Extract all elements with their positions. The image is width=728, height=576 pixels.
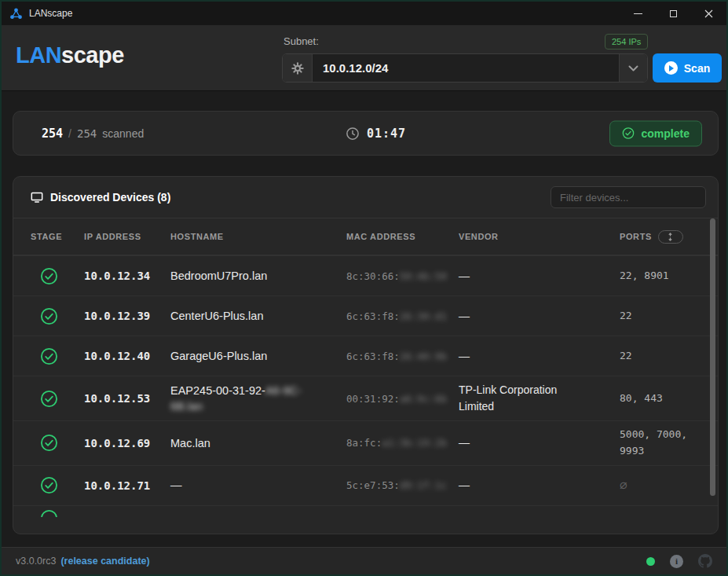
status-dot [646,557,655,566]
subnet-input[interactable] [313,61,619,75]
device-hostname: Mac.lan [170,435,346,451]
scan-button[interactable]: Scan [653,53,722,83]
brand-scape: scape [61,42,124,68]
play-icon [664,61,678,75]
device-mac: 6c:63:f8:26:40:9b [346,350,459,362]
minimize-button[interactable] [620,2,656,25]
ip-count-badge: 254 IPs [605,34,648,50]
device-hostname: — [170,477,346,493]
footer: v3.0.0rc3 (release candidate) i [2,547,726,574]
col-hostname: HOSTNAME [170,232,346,241]
table-row[interactable]: 10.0.12.39 CenterU6-Plus.lan 6c:63:f8:26… [13,295,718,336]
device-hostname: GarageU6-Plus.lan [170,348,346,364]
col-ports: PORTS [620,230,718,244]
device-mac: 00:31:92:a6:9c:6b [346,393,459,405]
subnet-settings-button[interactable] [283,54,313,82]
release-candidate-link[interactable]: (release candidate) [60,556,149,567]
devices-title: Discovered Devices (8) [50,191,170,204]
discovered-devices-card: Discovered Devices (8) STAGE IP ADDRESS … [13,176,719,534]
mac-redacted: d9:1f:1c [400,479,447,491]
subnet-dropdown-button[interactable] [619,54,647,82]
device-ports: 80, 443 [620,391,718,407]
device-ip: 10.0.12.40 [84,350,170,362]
table-row[interactable]: 10.0.12.40 GarageU6-Plus.lan 6c:63:f8:26… [13,336,718,376]
elapsed-time-group: 01:47 [346,127,406,141]
device-ports: 22 [620,348,718,365]
table-row[interactable]: 10.0.12.69 Mac.lan 8a:fc:a1:3b:19:2b — 5… [13,420,718,465]
devices-title-group: Discovered Devices (8) [31,191,170,204]
total-count: 254 [77,127,97,140]
devices-card-header: Discovered Devices (8) [13,177,718,218]
github-icon[interactable] [698,554,712,568]
device-mac: 8c:30:66:50:4b:50 [346,270,459,282]
mac-redacted: 50:4b:50 [400,270,447,282]
hostname-redacted: A6-9C- [265,384,302,397]
stage-complete-icon [40,476,58,494]
table-row[interactable]: 10.0.12.53 EAP245-00-31-92-A6-9C-6B.lan … [13,376,718,420]
device-vendor: — [459,308,620,325]
scanned-count: 254 [42,127,63,141]
device-ip: 10.0.12.39 [84,310,170,322]
monitor-icon [31,192,43,204]
maximize-button[interactable] [656,2,691,25]
scan-count: 254 / 254 scanned [42,127,144,141]
stage-complete-icon [40,390,58,408]
stage-complete-icon [40,267,58,285]
version-label: v3.0.0rc3 [16,556,56,567]
device-ip: 10.0.12.71 [84,479,170,492]
filter-devices-input[interactable] [551,186,706,208]
table-row-partial[interactable] [13,505,718,517]
close-icon [704,9,713,18]
elapsed-time: 01:47 [367,127,406,141]
count-separator: / [68,127,71,140]
mac-redacted: a6:9c:6b [400,393,447,405]
device-vendor: TP-Link Corporation Limited [459,382,620,415]
device-ip: 10.0.12.34 [84,270,170,282]
device-ports: 22, 8901 [620,268,718,284]
mac-redacted: a1:3b:19:2b [382,437,447,449]
device-ip: 10.0.12.53 [84,392,170,405]
clock-icon [346,127,360,141]
scanned-label: scanned [102,127,144,140]
maximize-icon [670,10,677,17]
close-button[interactable] [691,2,726,25]
unfold-arrows-icon [666,233,675,241]
device-vendor: — [459,268,620,284]
device-vendor: — [459,348,620,365]
col-vendor: VENDOR [459,232,620,241]
table-row[interactable]: 10.0.12.71 — 5c:e7:53:d9:1f:1c — ∅ [13,465,718,505]
table-row[interactable]: 10.0.12.34 BedroomU7Pro.lan 8c:30:66:50:… [13,255,718,295]
col-stage: STAGE [31,232,84,241]
subnet-combobox[interactable] [282,53,648,83]
hostname-redacted: 6B.lan [170,400,203,413]
stage-complete-icon [40,347,58,365]
device-ip: 10.0.12.69 [84,437,170,449]
stage-complete-icon [40,509,58,517]
device-mac: 6c:63:f8:26:30:d1 [346,310,459,322]
mac-redacted: 26:30:d1 [400,310,447,322]
subnet-label: Subnet: [284,35,319,47]
device-hostname: BedroomU7Pro.lan [170,268,346,284]
table-header-row: STAGE IP ADDRESS HOSTNAME MAC ADDRESS VE… [13,218,718,255]
device-vendor: — [459,435,620,451]
device-ports: 22 [620,308,718,325]
device-hostname: CenterU6-Plus.lan [170,308,346,324]
col-ip: IP ADDRESS [84,232,170,241]
device-vendor: — [459,477,620,493]
titlebar: LANscape [2,2,726,25]
gear-icon [291,62,304,75]
device-ports: 5000, 7000, 9993 [620,427,718,460]
info-icon[interactable]: i [670,555,683,568]
device-mac: 5c:e7:53:d9:1f:1c [346,479,459,491]
chevron-down-icon [628,65,638,72]
window-title: LANscape [29,8,72,19]
scan-progress-card: 254 / 254 scanned 01:47 complete [13,111,719,156]
status-badge-label: complete [642,127,690,140]
table-scrollbar[interactable] [710,218,715,496]
device-mac: 8a:fc:a1:3b:19:2b [346,437,459,449]
col-mac: MAC ADDRESS [346,232,459,241]
ports-expand-button[interactable] [658,230,683,244]
check-circle-icon [622,127,635,140]
app-logo-icon [9,8,23,20]
scan-button-label: Scan [684,62,710,75]
